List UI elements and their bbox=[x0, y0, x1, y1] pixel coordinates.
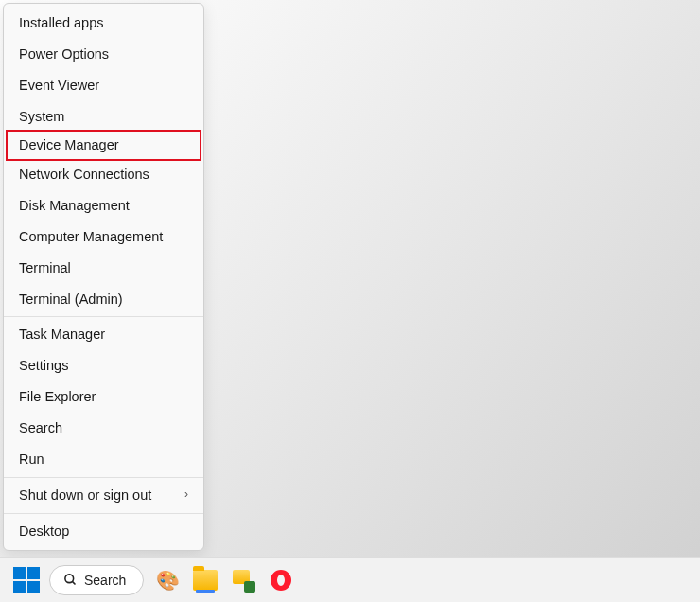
paint-icon: 🎨 bbox=[156, 569, 180, 592]
menu-item-installed-apps[interactable]: Installed apps bbox=[4, 8, 203, 39]
search-icon bbox=[63, 573, 78, 587]
menu-item-label: File Explorer bbox=[19, 388, 96, 406]
menu-item-label: Event Viewer bbox=[19, 77, 99, 95]
start-button[interactable] bbox=[13, 567, 40, 593]
menu-item-file-explorer[interactable]: File Explorer bbox=[4, 381, 203, 413]
menu-item-label: Task Manager bbox=[19, 326, 105, 344]
taskbar-app-paint[interactable]: 🎨 bbox=[153, 566, 182, 594]
network-explorer-icon bbox=[233, 570, 254, 591]
menu-item-label: Terminal (Admin) bbox=[19, 291, 123, 309]
menu-item-label: Shut down or sign out bbox=[19, 487, 151, 505]
taskbar-search[interactable]: Search bbox=[49, 565, 144, 595]
menu-item-shut-down-or-sign-out[interactable]: Shut down or sign out› bbox=[4, 480, 203, 511]
winx-context-menu: Installed appsPower OptionsEvent ViewerS… bbox=[3, 3, 204, 551]
search-label: Search bbox=[84, 573, 126, 588]
file-explorer-icon bbox=[193, 570, 218, 591]
menu-item-label: Computer Management bbox=[19, 228, 163, 246]
menu-item-computer-management[interactable]: Computer Management bbox=[4, 221, 203, 253]
svg-point-0 bbox=[65, 575, 74, 583]
menu-item-device-manager[interactable]: Device Manager bbox=[6, 130, 201, 161]
taskbar-app-opera[interactable] bbox=[267, 566, 295, 594]
menu-item-label: Installed apps bbox=[19, 14, 103, 32]
menu-item-terminal-admin[interactable]: Terminal (Admin) bbox=[4, 284, 203, 315]
svg-line-1 bbox=[72, 581, 75, 584]
menu-item-label: Run bbox=[19, 451, 44, 469]
menu-item-label: System bbox=[19, 108, 64, 126]
menu-item-power-options[interactable]: Power Options bbox=[4, 39, 203, 70]
menu-item-event-viewer[interactable]: Event Viewer bbox=[4, 70, 203, 101]
taskbar-app-file-explorer[interactable] bbox=[191, 566, 219, 594]
menu-item-label: Power Options bbox=[19, 45, 109, 63]
menu-item-label: Desktop bbox=[19, 522, 69, 540]
menu-item-settings[interactable]: Settings bbox=[4, 350, 203, 381]
menu-item-label: Disk Management bbox=[19, 197, 130, 215]
menu-separator bbox=[4, 513, 203, 514]
menu-item-label: Network Connections bbox=[19, 166, 149, 184]
menu-item-desktop[interactable]: Desktop bbox=[4, 516, 203, 547]
opera-icon bbox=[271, 570, 291, 591]
menu-item-label: Settings bbox=[19, 357, 68, 375]
menu-separator bbox=[4, 477, 203, 478]
taskbar: Search 🎨 bbox=[0, 557, 700, 602]
menu-item-network-connections[interactable]: Network Connections bbox=[4, 159, 203, 190]
menu-item-disk-management[interactable]: Disk Management bbox=[4, 190, 203, 221]
menu-item-terminal[interactable]: Terminal bbox=[4, 253, 203, 284]
menu-item-label: Terminal bbox=[19, 259, 71, 277]
taskbar-app-network-explorer[interactable] bbox=[229, 566, 257, 594]
menu-item-task-manager[interactable]: Task Manager bbox=[4, 319, 203, 350]
chevron-right-icon: › bbox=[184, 487, 188, 503]
menu-item-search[interactable]: Search bbox=[4, 413, 203, 444]
menu-item-label: Device Manager bbox=[19, 136, 119, 154]
menu-item-system[interactable]: System bbox=[4, 101, 203, 133]
menu-separator bbox=[4, 316, 203, 317]
menu-item-run[interactable]: Run bbox=[4, 444, 203, 475]
menu-item-label: Search bbox=[19, 419, 62, 437]
